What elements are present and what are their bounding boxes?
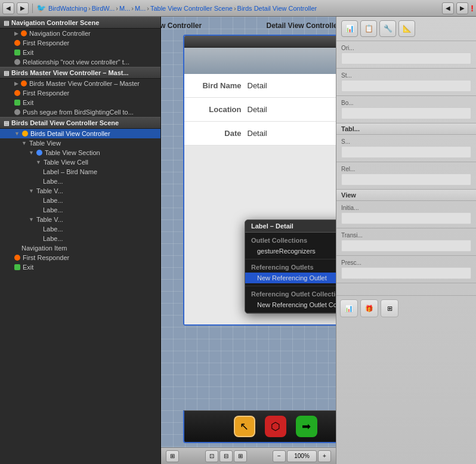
dock-icon-cube[interactable]: ⬡ — [265, 416, 286, 437]
first-responder-label-3: First Responder — [23, 254, 69, 261]
relationship-icon-1 — [14, 59, 20, 65]
first-responder-icon-2 — [14, 90, 20, 96]
back-button[interactable]: ◀ — [2, 2, 14, 14]
exit-label-3: Exit — [23, 264, 33, 271]
breadcrumb-5[interactable]: Table View Controller Scene — [150, 5, 233, 12]
inspector-ori-label: Ori... — [341, 45, 471, 51]
inspector-section-s: S... — [336, 135, 476, 162]
inspector-rel-control[interactable] — [341, 174, 471, 185]
detail-row-birdname: Bird Name Detail — [184, 74, 336, 98]
section-title-3: Birds Detail View Controller Scene — [11, 119, 119, 126]
tree-item-table-view[interactable]: ▼ Table View — [0, 138, 160, 148]
context-menu-section-ref-outlets: Referencing Outlets New Referencing Outl… — [245, 259, 336, 286]
dock-icon-arrow[interactable]: ➡ — [296, 416, 317, 437]
context-menu-section-outlet-collections: Outlet Collections gestureRecognizers — [245, 233, 336, 259]
zoom-minus-button[interactable]: − — [273, 450, 286, 462]
expand-icon: ▶ — [14, 30, 18, 36]
tree-item-detail-controller[interactable]: ▼ Birds Detail View Controller — [0, 129, 160, 138]
tree-item-table-v2[interactable]: ▼ Table V... — [0, 186, 160, 196]
detail-row-date: Date Detail — [184, 122, 336, 146]
breadcrumb-1[interactable]: BirdWatching — [48, 5, 87, 12]
master-controller-label: Birds Master View Controller – Master — [29, 80, 140, 87]
inspector-transi-control[interactable] — [341, 240, 471, 252]
tree-item-first-responder-3[interactable]: First Responder — [0, 253, 160, 262]
inspector-icon-ruler[interactable]: 📐 — [398, 20, 415, 37]
inspector-icon-wrench[interactable]: 🔧 — [379, 20, 396, 37]
inspector-view-section-title: View — [336, 190, 476, 201]
tree-item-navigation-item[interactable]: Navigation Item — [0, 243, 160, 253]
tree-item-exit-1[interactable]: Exit — [0, 48, 160, 57]
new-referencing-outlet-collection-item[interactable]: New Referencing Outlet Colle... — [245, 299, 336, 310]
ref-outlet-collections-header: Referencing Outlet Collections — [245, 289, 336, 299]
gesture-recognizers-item[interactable]: gestureRecognizers — [245, 246, 336, 256]
tree-item-label-2a[interactable]: Labe... — [0, 196, 160, 205]
relationship-label-1: Relationship "root view controller" t... — [23, 58, 129, 66]
breadcrumb-4[interactable]: M... — [135, 5, 146, 12]
first-responder-label-2: First Responder — [23, 89, 69, 97]
nav-prev-button[interactable]: ◀ — [442, 2, 454, 14]
inspector-bo-control[interactable] — [341, 107, 471, 119]
inspector-s-control[interactable] — [341, 146, 471, 158]
tree-item-first-responder-2[interactable]: First Responder — [0, 88, 160, 98]
zoom-fit-button[interactable]: ⊞ — [166, 450, 179, 462]
tree-item-relationship-1[interactable]: Relationship "root view controller" t... — [0, 57, 160, 67]
inspector-presc-label: Presc... — [341, 259, 471, 266]
zoom-plus-button[interactable]: + — [318, 450, 331, 462]
inspector-section-initia: Initia... — [336, 201, 476, 228]
forward-button[interactable]: ▶ — [17, 2, 29, 14]
tree-item-table-view-section[interactable]: ▼ Table View Section — [0, 148, 160, 157]
new-referencing-outlet-item[interactable]: New Referencing Outlet — [245, 273, 336, 283]
inspector-section-bo: Bo... — [336, 96, 476, 123]
inspector-ori-control[interactable] — [341, 52, 471, 64]
tree-item-nav-controller[interactable]: ▶ Navigation Controller — [0, 29, 160, 38]
object-lib-icon-2[interactable]: 🎁 — [360, 299, 378, 317]
zoom-2-button[interactable]: ⊟ — [220, 450, 233, 462]
tree-item-label-3b[interactable]: Labe... — [0, 234, 160, 243]
tree-item-table-v3[interactable]: ▼ Table V... — [0, 215, 160, 224]
label-3a: Labe... — [43, 225, 63, 233]
gesture-recognizers-label: gestureRecognizers — [257, 248, 316, 255]
inspector-presc-control[interactable] — [341, 267, 471, 279]
zoom-1-button[interactable]: ⊡ — [205, 450, 218, 462]
detail-value-location: Detail — [248, 105, 267, 114]
tree-item-label-3a[interactable]: Labe... — [0, 224, 160, 234]
inspector-st-control[interactable] — [341, 80, 471, 92]
main-area: ▤ Navigation Controller Scene ▶ Navigati… — [0, 17, 476, 464]
tree-item-push-segue[interactable]: Push segue from BirdSightingCell to... — [0, 107, 160, 117]
tree-item-label-bird-name[interactable]: Label – Bird Name — [0, 167, 160, 177]
tree-item-exit-3[interactable]: Exit — [0, 262, 160, 272]
detail-view-controller-label: Detail View Controller — [267, 21, 336, 30]
object-lib-icon-1[interactable]: 📊 — [340, 299, 358, 317]
tree-item-first-responder-1[interactable]: First Responder — [0, 38, 160, 48]
breadcrumb-3[interactable]: M... — [119, 5, 130, 12]
inspector-initia-control[interactable] — [341, 212, 471, 224]
zoom-3-button[interactable]: ⊞ — [234, 450, 247, 462]
breadcrumb-6[interactable]: Birds Detail View Controller — [237, 5, 317, 12]
table-v3-label: Table V... — [36, 216, 63, 223]
left-panel: ▤ Navigation Controller Scene ▶ Navigati… — [0, 17, 161, 464]
section-title-2: Birds Master View Controller – Mast... — [11, 69, 129, 76]
iphone-nav-bar — [184, 48, 336, 74]
dock-icon-cursor[interactable]: ↖ — [234, 416, 255, 437]
table-view-section-label: Table View Section — [45, 149, 100, 156]
nav-next-button[interactable]: ▶ — [456, 2, 468, 14]
tree-item-table-view-cell[interactable]: ▼ Table View Cell — [0, 157, 160, 167]
breadcrumb-2[interactable]: BirdW... — [92, 5, 115, 12]
table-view-controller-label: Table View Controller — [161, 21, 202, 30]
inspector-transi-label: Transi... — [341, 232, 471, 239]
inspector-icon-list[interactable]: 📋 — [360, 20, 377, 37]
table-v2-label: Table V... — [36, 187, 63, 194]
alert-icon: ! — [471, 4, 474, 13]
inspector-rel-label: Rel... — [341, 166, 471, 172]
tree-item-label-detail-1[interactable]: Labe... — [0, 177, 160, 186]
object-lib-icon-3[interactable]: ⊞ — [381, 299, 398, 317]
canvas-bottom-toolbar: ⊞ ⊡ ⊟ ⊞ − 100% + — [161, 447, 336, 464]
table-view-section-icon — [36, 150, 42, 156]
context-menu-header: Label – Detail — [245, 220, 336, 233]
tree-item-label-2b[interactable]: Labe... — [0, 205, 160, 215]
tv-expand-icon: ▼ — [21, 140, 27, 146]
inspector-section-ori: Ori... — [336, 41, 476, 69]
tree-item-exit-2[interactable]: Exit — [0, 98, 160, 107]
inspector-icon-chart[interactable]: 📊 — [341, 20, 358, 37]
tree-item-master-controller[interactable]: ▶ Birds Master View Controller – Master — [0, 79, 160, 88]
